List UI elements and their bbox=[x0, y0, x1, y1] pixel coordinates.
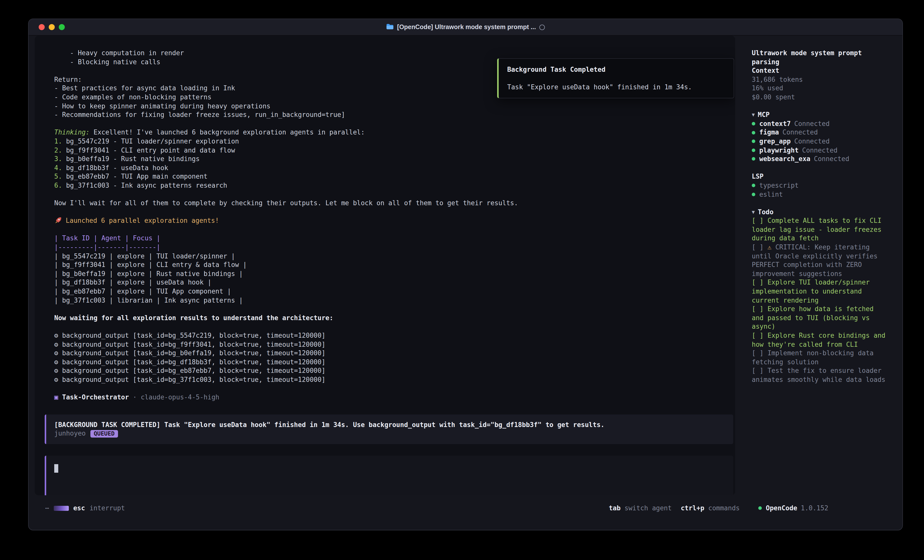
terminal-line: | bg_37f1c003 | librarian | Ink async pa… bbox=[54, 296, 733, 305]
text-segment: ⚙ background_output [task_id=bg_37f1c003… bbox=[54, 376, 326, 383]
session-title: Ultrawork mode system prompt parsing bbox=[752, 49, 887, 57]
notification-title: Background Task Completed bbox=[507, 65, 725, 74]
background-task-message: [BACKGROUND TASK COMPLETED] Task "Explor… bbox=[45, 415, 733, 444]
text-segment: | bg_b0effa19 | explore | Rust native bi… bbox=[54, 270, 243, 277]
notification-body: Task "Explore useData hook" finished in … bbox=[507, 82, 725, 91]
text-segment: Now waiting for all exploration results … bbox=[54, 314, 333, 322]
text-segment: ⚙ background_output [task_id=bg_b0effa19… bbox=[54, 349, 326, 357]
text-segment: | bg_f9ff3041 | explore | CLI entry & da… bbox=[54, 261, 247, 269]
minimize-button[interactable] bbox=[49, 24, 55, 30]
status-left: ⋯ esc interrupt bbox=[45, 504, 125, 512]
terminal-line: - Heavy computation in render bbox=[54, 49, 733, 57]
todo-checkbox: [ ] bbox=[752, 349, 768, 357]
todo-item: [ ] Complete ALL tasks to fix CLI loader… bbox=[752, 217, 887, 243]
text-segment: | bg_eb87ebb7 | explore | TUI App compon… bbox=[54, 287, 231, 295]
mcp-server-status: Connected bbox=[814, 154, 849, 163]
todo-text: Explore TUI loader/spinner implementatio… bbox=[752, 279, 870, 304]
prompt-input[interactable] bbox=[45, 456, 733, 495]
mcp-server-name: context7 bbox=[759, 120, 790, 128]
text-segment: - Blocking native calls bbox=[54, 58, 160, 66]
context-heading: Context bbox=[752, 66, 887, 75]
esc-key-hint: esc bbox=[74, 505, 85, 512]
text-segment: | bg_37f1c003 | librarian | Ink async pa… bbox=[54, 296, 243, 304]
window-body: - Heavy computation in render - Blocking… bbox=[28, 36, 902, 500]
text-segment: bg_eb87ebb7 - TUI App main component bbox=[62, 173, 207, 180]
lsp-server-name: eslint bbox=[759, 190, 783, 199]
app-status-dot bbox=[758, 506, 762, 510]
todo-checkbox: [ ] bbox=[752, 279, 768, 286]
terminal-window: [OpenCode] Ultrawork mode system prompt … bbox=[28, 19, 903, 530]
todo-item: [ ] Explore Rust core bindings and how t… bbox=[752, 331, 887, 349]
text-segment: 2. bbox=[54, 146, 62, 154]
mcp-item: grep_appConnected bbox=[752, 137, 887, 146]
terminal-line: | bg_eb87ebb7 | explore | TUI App compon… bbox=[54, 287, 733, 296]
collapse-caret-icon: ▼ bbox=[752, 112, 755, 117]
todo-text: Test the fix to ensure loader animates s… bbox=[752, 367, 885, 383]
todo-checkbox: [ ] bbox=[752, 305, 768, 313]
terminal-line: ▣ Task-Orchestrator · claude-opus-4-5-hi… bbox=[54, 393, 733, 402]
terminal-line: | bg_5547c219 | explore | TUI loader/spi… bbox=[54, 252, 733, 261]
mcp-server-name: websearch_exa bbox=[759, 154, 810, 163]
todo-list: [ ] Complete ALL tasks to fix CLI loader… bbox=[752, 217, 887, 384]
terminal-line bbox=[54, 190, 733, 199]
close-button[interactable] bbox=[39, 24, 45, 30]
mcp-server-name: grep_app bbox=[759, 137, 790, 146]
warning-icon: ⚠ bbox=[768, 243, 776, 251]
terminal-line: 3. bg_b0effa19 - Rust native bindings bbox=[54, 154, 733, 163]
terminal-line bbox=[54, 208, 733, 216]
text-segment: Return: bbox=[54, 76, 82, 83]
lsp-item: typescript bbox=[752, 181, 887, 190]
text-segment: ⚙ background_output [task_id=bg_eb87ebb7… bbox=[54, 367, 326, 374]
terminal-line bbox=[54, 305, 733, 313]
text-segment: Thinking: bbox=[54, 129, 90, 136]
todo-item: [ ] Explore TUI loader/spinner implement… bbox=[752, 278, 887, 305]
todo-item: [ ] Test the fix to ensure loader animat… bbox=[752, 367, 887, 384]
text-segment: 6. bbox=[54, 182, 62, 189]
collapse-caret-icon: ▼ bbox=[752, 209, 755, 214]
lsp-section: LSP typescripteslint bbox=[752, 172, 887, 199]
terminal-line: Thinking: Excellent! I've launched 6 bac… bbox=[54, 128, 733, 137]
terminal-line: 1. bg_5547c219 - TUI loader/spinner expl… bbox=[54, 137, 733, 146]
esc-key-label: interrupt bbox=[90, 505, 125, 512]
hint-key: tab bbox=[609, 505, 621, 512]
mcp-server-status: Connected bbox=[794, 120, 830, 128]
throbber-dots: ⋯ bbox=[45, 505, 49, 512]
titlebar[interactable]: [OpenCode] Ultrawork mode system prompt … bbox=[28, 19, 902, 36]
status-hint: tab switch agent bbox=[609, 505, 672, 512]
hint-key: ctrl+p bbox=[681, 505, 704, 512]
text-segment: | bg_5547c219 | explore | TUI loader/spi… bbox=[54, 252, 235, 260]
terminal-line: 6. bg_37f1c003 - Ink async patterns rese… bbox=[54, 181, 733, 190]
todo-text: Implement non-blocking data fetching sol… bbox=[752, 349, 873, 365]
text-segment: 4. bbox=[54, 164, 62, 171]
todo-heading[interactable]: ▼Todo bbox=[752, 208, 887, 216]
sidebar: Ultrawork mode system prompt parsing Con… bbox=[735, 36, 902, 500]
mcp-heading[interactable]: ▼MCP bbox=[752, 111, 887, 119]
mcp-server-status: Connected bbox=[782, 128, 818, 137]
queued-badge: QUEUED bbox=[90, 430, 118, 437]
terminal-line: - How to keep spinner animating during h… bbox=[54, 102, 733, 111]
app-name: OpenCode bbox=[766, 505, 797, 512]
terminal-line: 5. bg_eb87ebb7 - TUI App main component bbox=[54, 172, 733, 181]
notification-toast[interactable]: Background Task Completed Task "Explore … bbox=[497, 58, 734, 98]
mcp-item: context7Connected bbox=[752, 120, 887, 128]
folder-icon bbox=[386, 23, 394, 31]
status-bar-main: ⋯ esc interrupt tab switch agentctrl+p c… bbox=[28, 504, 742, 512]
text-cursor bbox=[54, 464, 58, 473]
terminal-output: - Heavy computation in render - Blocking… bbox=[45, 49, 733, 402]
mcp-item: playwrightConnected bbox=[752, 146, 887, 154]
lsp-heading: LSP bbox=[752, 172, 887, 181]
window-title-group: [OpenCode] Ultrawork mode system prompt … bbox=[28, 19, 902, 35]
terminal-line: Now waiting for all exploration results … bbox=[54, 314, 733, 322]
zoom-button[interactable] bbox=[59, 24, 65, 30]
status-hint: ctrl+p commands bbox=[681, 505, 740, 512]
mcp-item: figmaConnected bbox=[752, 128, 887, 137]
connected-dot bbox=[752, 148, 755, 152]
chat-pane: - Heavy computation in render - Blocking… bbox=[34, 36, 735, 495]
context-section: Context 31,686 tokens16% used$0.00 spent bbox=[752, 66, 887, 102]
message-meta: junhoyeo QUEUED bbox=[54, 429, 725, 438]
mcp-server-status: Connected bbox=[802, 146, 838, 154]
todo-checkbox: [ ] bbox=[752, 243, 768, 251]
terminal-line: 2. bg_f9ff3041 - CLI entry point and dat… bbox=[54, 146, 733, 154]
text-segment: - Best practices for async data loading … bbox=[54, 85, 235, 92]
terminal-line bbox=[54, 225, 733, 234]
